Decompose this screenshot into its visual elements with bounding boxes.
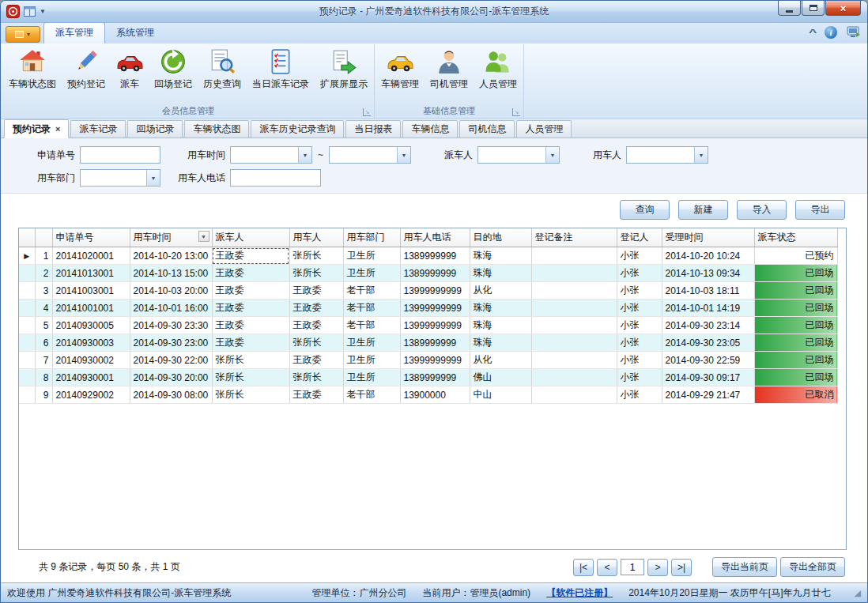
maximize-button[interactable] [802, 1, 825, 16]
export-all-pages-button[interactable]: 导出全部页 [780, 557, 845, 577]
page-number-input[interactable] [621, 559, 644, 575]
cell-dept[interactable]: 卫生所 [343, 265, 400, 282]
cell-dept[interactable]: 卫生所 [343, 352, 400, 369]
ribbon-button-personnel-management[interactable]: 人员管理 [474, 44, 523, 105]
tab-return-records[interactable]: 回场记录 [127, 120, 183, 138]
cell-user[interactable]: 王政委 [289, 352, 343, 369]
cell-status[interactable]: 已回场 [754, 334, 837, 352]
row-number[interactable]: 2 [35, 265, 52, 282]
cell-registrar[interactable]: 小张 [617, 386, 662, 404]
cell-use-time[interactable]: 2014-10-20 13:00 [130, 247, 212, 265]
tab-dispatch-history-query[interactable]: 派车历史记录查询 [251, 120, 344, 138]
next-page-button[interactable]: > [647, 559, 668, 576]
cell-dept[interactable]: 卫生所 [343, 369, 400, 386]
use-time-from-input[interactable] [231, 147, 298, 163]
cell-dept[interactable]: 卫生所 [343, 334, 400, 352]
header-note[interactable]: 登记备注 [531, 228, 617, 247]
row-number[interactable]: 4 [35, 300, 52, 317]
order-no-input[interactable] [80, 146, 160, 164]
cell-phone[interactable]: 13999999999 [400, 352, 470, 369]
close-button[interactable]: × [825, 1, 861, 16]
table-row[interactable]: ▶1201410200012014-10-20 13:00王政委张所长卫生所13… [19, 247, 837, 265]
cell-registrar[interactable]: 小张 [617, 300, 662, 317]
cell-accepted-time[interactable]: 2014-09-30 23:14 [662, 317, 754, 334]
prev-page-button[interactable]: < [597, 559, 617, 576]
cell-note[interactable] [531, 265, 617, 282]
ribbon-button-driver-management[interactable]: 司机管理 [425, 44, 474, 105]
row-number[interactable]: 6 [35, 334, 52, 352]
cell-user[interactable]: 张所长 [289, 369, 343, 386]
resize-grip-icon[interactable]: ◢ [855, 588, 861, 598]
dialog-launcher-icon[interactable]: ↘ [363, 108, 371, 116]
cell-registrar[interactable]: 小张 [617, 265, 662, 282]
query-button[interactable]: 查询 [620, 200, 670, 220]
cell-dispatcher[interactable]: 张所长 [212, 386, 289, 404]
cell-registrar[interactable]: 小张 [617, 282, 662, 300]
cell-accepted-time[interactable]: 2014-09-30 09:17 [662, 369, 754, 386]
cell-dept[interactable]: 老干部 [343, 300, 400, 317]
cell-accepted-time[interactable]: 2014-09-30 22:59 [662, 352, 754, 369]
cell-phone[interactable]: 1389999999 [400, 247, 470, 265]
cell-order-no[interactable]: 20141003001 [52, 282, 130, 300]
table-row[interactable]: 6201409300032014-09-30 23:00王政委张所长卫生所138… [19, 334, 837, 352]
registration-link[interactable]: 【软件已注册】 [546, 586, 613, 600]
cell-user[interactable]: 王政委 [289, 386, 343, 404]
cell-destination[interactable]: 珠海 [470, 247, 531, 265]
table-row[interactable]: 9201409290022014-09-30 08:00张所长王政委老干部139… [19, 386, 837, 404]
tab-vehicle-info[interactable]: 车辆信息 [402, 120, 458, 138]
tab-dispatch-records[interactable]: 派车记录 [70, 120, 126, 138]
cell-registrar[interactable]: 小张 [617, 369, 662, 386]
cell-accepted-time[interactable]: 2014-10-01 14:19 [662, 300, 754, 317]
cell-order-no[interactable]: 20141001001 [52, 300, 130, 317]
cell-status[interactable]: 已回场 [754, 352, 837, 369]
layout-icon[interactable] [24, 6, 36, 17]
cell-use-time[interactable]: 2014-09-30 08:00 [130, 386, 212, 404]
cell-note[interactable] [531, 282, 617, 300]
cell-destination[interactable]: 珠海 [470, 317, 531, 334]
cell-destination[interactable]: 佛山 [470, 369, 531, 386]
dialog-launcher-icon[interactable]: ↘ [512, 108, 520, 116]
ribbon-tab-system[interactable]: 系统管理 [105, 23, 165, 43]
cell-dispatcher[interactable]: 王政委 [212, 247, 289, 265]
cell-note[interactable] [531, 300, 617, 317]
cell-note[interactable] [531, 386, 617, 404]
new-button[interactable]: 新建 [678, 200, 728, 220]
export-button[interactable]: 导出 [795, 200, 845, 220]
export-current-page-button[interactable]: 导出当前页 [712, 557, 777, 577]
cell-status[interactable]: 已回场 [754, 265, 837, 282]
cell-dispatcher[interactable]: 张所长 [212, 352, 289, 369]
cell-use-time[interactable]: 2014-10-01 16:00 [130, 300, 212, 317]
app-menu-button[interactable]: ▼ [6, 26, 40, 43]
cell-phone[interactable]: 13900000 [400, 386, 470, 404]
cell-destination[interactable]: 珠海 [470, 300, 531, 317]
qat-dropdown-icon[interactable]: ▼ [40, 8, 46, 15]
ribbon-button-today-dispatch-records[interactable]: 当日派车记录 [247, 44, 315, 105]
header-accepted-time[interactable]: 受理时间 [662, 228, 754, 247]
dispatcher-select[interactable] [478, 147, 545, 163]
cell-use-time[interactable]: 2014-09-30 22:00 [130, 352, 212, 369]
cell-accepted-time[interactable]: 2014-10-13 09:34 [662, 265, 754, 282]
cell-order-no[interactable]: 20141013001 [52, 265, 130, 282]
import-button[interactable]: 导入 [737, 200, 787, 220]
minimize-button[interactable] [778, 1, 801, 16]
cell-accepted-time[interactable]: 2014-10-20 10:24 [662, 247, 754, 265]
cell-dispatcher[interactable]: 王政委 [212, 334, 289, 352]
cell-registrar[interactable]: 小张 [617, 317, 662, 334]
header-phone[interactable]: 用车人电话 [400, 228, 470, 247]
cell-phone[interactable]: 1389999999 [400, 265, 470, 282]
cell-accepted-time[interactable]: 2014-09-30 23:05 [662, 334, 754, 352]
tab-reservation-records[interactable]: 预约记录× [4, 119, 69, 138]
cell-user[interactable]: 王政委 [289, 282, 343, 300]
use-time-to-input[interactable] [330, 147, 397, 163]
cell-dept[interactable]: 老干部 [343, 282, 400, 300]
ribbon-tab-dispatch[interactable]: 派车管理 [43, 22, 105, 43]
cell-use-time[interactable]: 2014-09-30 20:00 [130, 369, 212, 386]
row-number[interactable]: 8 [35, 369, 52, 386]
first-page-button[interactable]: |< [573, 559, 594, 576]
header-registrar[interactable]: 登记人 [617, 228, 662, 247]
cell-note[interactable] [531, 369, 617, 386]
cell-use-time[interactable]: 2014-09-30 23:00 [130, 334, 212, 352]
close-tab-icon[interactable]: × [55, 124, 60, 134]
last-page-button[interactable]: >| [671, 559, 692, 576]
cell-destination[interactable]: 从化 [470, 352, 531, 369]
